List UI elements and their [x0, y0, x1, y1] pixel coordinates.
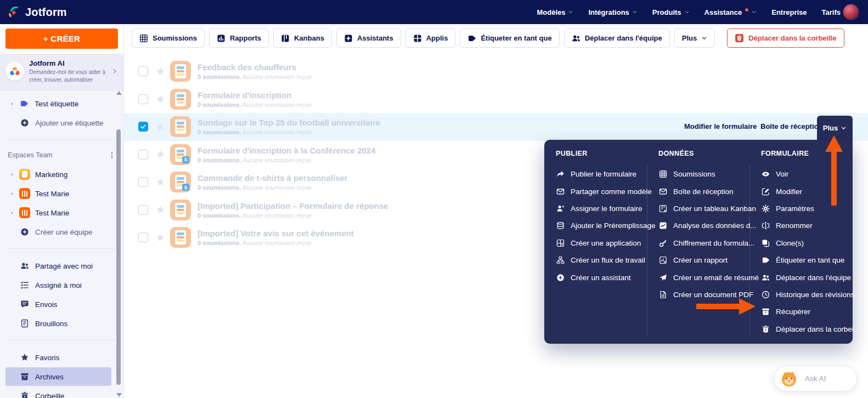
row-checkbox[interactable] — [138, 177, 148, 187]
caret-right-icon[interactable] — [10, 101, 16, 106]
edit-form-link[interactable]: Modifier le formulaire — [684, 122, 757, 130]
menu-item-publier-le-formulaire[interactable]: Publier le formulaire — [556, 166, 647, 183]
scroll-up-arrow[interactable] — [116, 91, 122, 95]
sidebar-item-creer-une-equipe[interactable]: Créer une équipe — [5, 223, 111, 241]
ask-ai-label: Ask AI — [805, 374, 826, 383]
user-avatar[interactable] — [843, 4, 859, 20]
sidebar-item-partage-avec-moi[interactable]: Partagé avec moi — [5, 257, 111, 275]
sidebar-item-ajouter-une-etiquette[interactable]: Ajouter une étiquette — [5, 113, 111, 132]
check-icon — [140, 123, 146, 130]
toolbar-button-soumissions[interactable]: Soumissions — [132, 29, 205, 48]
scroll-down-arrow[interactable] — [116, 393, 122, 397]
menu-item-label: Ajouter le Préremplissage — [571, 221, 656, 230]
sidebar-item-corbeille[interactable]: Corbeille — [5, 386, 111, 398]
sidebar-item-test-etiquette[interactable]: Test étiquette — [5, 94, 111, 113]
menu-item-analyse-des-donnees-d-[interactable]: Analyse des données d... — [658, 217, 749, 234]
menu-item-historique-des-revisions[interactable]: Historique des révisions — [761, 286, 852, 303]
menu-item-creer-un-tableau-kanban[interactable]: Créer un tableau Kanban — [658, 200, 749, 217]
toolbar-button-deplacer-dans-l-equipe[interactable]: Déplacer dans l'équipe — [564, 29, 670, 48]
form-title: Formulaire d'inscription — [198, 90, 312, 101]
send-icon — [659, 274, 667, 282]
menu-item-etiqueter-en-tant-que[interactable]: Étiqueter en tant que — [761, 252, 852, 269]
menu-item-deplacer-dans-l-equipe[interactable]: Déplacer dans l'équipe — [761, 269, 852, 286]
toolbar-button-assistants[interactable]: Assistants — [336, 29, 401, 48]
toolbar-button-plus[interactable]: Plus — [674, 29, 715, 48]
caret-right-icon[interactable] — [10, 172, 16, 177]
menu-item-ajouter-le-preremplissage[interactable]: Ajouter le Préremplissage — [556, 217, 647, 234]
ask-ai-widget[interactable]: Ask AI — [774, 366, 857, 391]
caret-right-icon[interactable] — [10, 211, 16, 215]
menu-item-chiffrement-du-formula-[interactable]: Chiffrement du formula... — [658, 235, 749, 252]
sidebar-item-envois[interactable]: Envois — [5, 295, 111, 314]
star-favorite-icon[interactable] — [156, 205, 165, 214]
menu-item-creer-un-rapport[interactable]: Créer un rapport — [658, 252, 749, 269]
toolbar-button-etiqueter-en-tant-que[interactable]: Étiqueter en tant que — [460, 29, 559, 48]
row-checkbox[interactable] — [138, 150, 148, 160]
inbox-link[interactable]: Boîte de réception — [760, 122, 822, 130]
nav-item-assistance[interactable]: Assistance — [704, 8, 757, 16]
row-checkbox[interactable] — [138, 66, 148, 76]
row-checkbox[interactable] — [138, 205, 148, 215]
menu-item-voir[interactable]: Voir — [761, 166, 852, 183]
star-favorite-icon[interactable] — [156, 67, 165, 76]
row-checkbox[interactable] — [138, 94, 148, 104]
menu-item-creer-un-flux-de-travail[interactable]: Créer un flux de travail — [556, 252, 647, 269]
notification-dot — [745, 8, 748, 12]
menu-item-soumissions[interactable]: Soumissions — [658, 166, 749, 183]
toolbar-button-kanbans[interactable]: Kanbans — [273, 29, 332, 48]
menu-item-modifier[interactable]: Modifier — [761, 183, 852, 200]
sidebar-item-favoris[interactable]: Favoris — [5, 348, 111, 367]
row-checkbox[interactable] — [138, 122, 148, 132]
sidebar-item-archives[interactable]: Archives — [5, 367, 111, 386]
star-favorite-icon[interactable] — [156, 150, 165, 159]
menu-item-parametres[interactable]: Paramètres — [761, 200, 852, 217]
menu-item-partager-comme-modele[interactable]: Partager comme modèle — [556, 183, 647, 200]
star-favorite-icon[interactable] — [156, 94, 165, 104]
sidebar-item-test-marie[interactable]: Test Marie — [5, 184, 111, 203]
menu-item-creer-un-document-pdf[interactable]: Créer un document PDF — [658, 286, 749, 303]
menu-item-assigner-le-formulaire[interactable]: Assigner le formulaire — [556, 200, 647, 217]
create-button[interactable]: + CRÉER — [5, 29, 118, 49]
menu-item-deplacer-dans-la-corbei-[interactable]: Déplacer dans la corbei... — [761, 321, 852, 338]
sidebar-item-brouillons[interactable]: Brouillons — [5, 314, 111, 333]
nav-item-tarifs[interactable]: Tarifs — [822, 8, 841, 16]
menu-item-creer-un-assistant[interactable]: Créer un assistant — [556, 269, 647, 286]
nav-item-produits[interactable]: Produits — [652, 8, 690, 16]
form-row[interactable]: Formulaire d'inscription0 soumissions. A… — [124, 86, 868, 113]
sidebar-item-test-marie[interactable]: Test Marie — [5, 203, 111, 222]
menu-item-creer-un-email-de-resume[interactable]: Créer un email de résumé — [658, 269, 749, 286]
toolbar-button-applis[interactable]: Applis — [405, 29, 456, 48]
sidebar-item-assigne-a-moi[interactable]: Assigné à moi — [5, 276, 111, 294]
form-thumbnail-icon — [170, 61, 191, 82]
chevron-down-icon — [751, 9, 757, 15]
star-favorite-icon[interactable] — [156, 233, 165, 242]
menu-item-boite-de-reception[interactable]: Boîte de réception — [658, 183, 749, 200]
form-row[interactable]: Feedback des chauffeurs0 soumissions. Au… — [124, 58, 868, 86]
menu-item-label: Analyse des données d... — [673, 221, 757, 230]
star-favorite-icon[interactable] — [156, 122, 165, 132]
scrollbar-thumb[interactable] — [116, 129, 121, 385]
form-title: [Imported] Participation – Formulaire de… — [198, 201, 388, 212]
chevron-down-icon — [568, 9, 573, 15]
menu-item-label: Créer un assistant — [571, 274, 631, 282]
sidebar-item-marketing[interactable]: Marketing — [5, 165, 111, 184]
jotform-logo[interactable]: Jotform — [7, 5, 67, 19]
menu-item-recuperer[interactable]: Récupérer — [761, 303, 852, 320]
jotform-ai-panel[interactable]: Jotform AI Demandez-moi de vous aider à … — [0, 54, 123, 90]
gear-icon — [762, 204, 770, 213]
toolbar-button-move-to-trash[interactable]: Déplacer dans la corbeille — [727, 29, 844, 48]
menu-item-creer-une-application[interactable]: Créer une application — [556, 235, 647, 252]
toolbar-button-rapports[interactable]: Rapports — [209, 29, 269, 48]
nav-item-modeles[interactable]: Modèles — [537, 8, 573, 16]
menu-item-clone-s-[interactable]: Clone(s) — [761, 235, 852, 252]
nav-item-integrations[interactable]: Intégrations — [588, 8, 637, 16]
caret-right-icon[interactable] — [10, 191, 16, 196]
star-favorite-icon[interactable] — [156, 178, 165, 187]
menu-item-renommer[interactable]: Renommer — [761, 217, 852, 234]
row-more-button[interactable]: Plus — [817, 116, 853, 140]
kebab-menu-icon[interactable] — [108, 151, 116, 159]
form-subtitle: 0 soumissions. Aucune soumission reçue — [198, 184, 347, 191]
row-checkbox[interactable] — [138, 232, 148, 242]
toolbar-button-label: Applis — [426, 34, 448, 42]
nav-item-entreprise[interactable]: Entreprise — [771, 8, 807, 16]
